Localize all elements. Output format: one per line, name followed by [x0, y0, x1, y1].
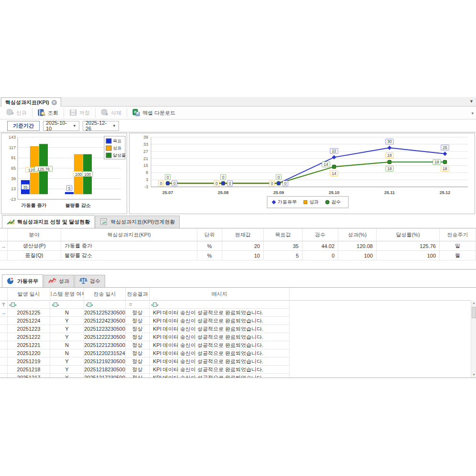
cell[interactable]: 20251223230500 [84, 325, 126, 333]
toolbar-overflow-chevron-icon[interactable]: ▾ [471, 111, 474, 116]
column-header-1[interactable]: 발생 일시 [8, 288, 50, 301]
filter-cell-2[interactable] [50, 301, 84, 309]
cell[interactable]: Y [50, 333, 84, 341]
column-header-3[interactable]: 전송 일시 [84, 288, 126, 301]
cell[interactable]: 20251218 [8, 366, 50, 374]
cell[interactable]: 0 [303, 251, 338, 260]
cell[interactable]: 20251220231524 [84, 349, 126, 357]
table-row[interactable]: 20251220N20251220231524정상KPI 데이터 송신이 성공적… [0, 349, 476, 357]
table-row[interactable]: 20251223Y20251223230500정상KPI 데이터 송신이 성공적… [0, 325, 476, 333]
column-header-2[interactable]: 시스템 운영 여부 [50, 288, 84, 301]
save-button[interactable]: 저장 [65, 107, 94, 119]
filter-cell-1[interactable] [8, 301, 50, 309]
column-header-7[interactable]: 성과(%) [338, 228, 377, 241]
cell[interactable]: 불량률 감소 [61, 251, 197, 260]
scroll-up-icon[interactable]: ▲ [471, 301, 476, 306]
filter-cell-4[interactable]: = [126, 301, 150, 309]
table-row[interactable]: 20251219Y20251219230500정상KPI 데이터 송신이 성공적… [0, 357, 476, 366]
filter-funnel-icon[interactable] [0, 301, 8, 309]
table-row[interactable]: 20251224Y20251224230500정상KPI 데이터 송신이 성공적… [0, 317, 476, 325]
cell[interactable]: 정상 [126, 333, 150, 341]
close-icon[interactable]: ✕ [52, 100, 57, 105]
cell[interactable]: 20251221 [8, 341, 50, 349]
column-header-1[interactable]: 분야 [8, 228, 61, 241]
column-header-8[interactable]: 달성률(%) [377, 228, 440, 241]
cell[interactable]: 35 [264, 241, 303, 251]
cell[interactable]: 정상 [126, 357, 150, 366]
end-date-combobox[interactable]: 2025-12-26 ▼ [83, 121, 119, 131]
start-date-combobox[interactable]: 2025-10-10 ▼ [43, 121, 79, 131]
cell[interactable]: 20251221230500 [84, 341, 126, 349]
tab-kpi-view-1[interactable]: 핵심성과지표 선정 및 달성현황 [2, 215, 95, 228]
search-button[interactable]: 조회 [33, 107, 63, 119]
cell[interactable]: 100 [377, 251, 440, 260]
cell[interactable]: KPI 데이터 송신이 성공적으로 완료되었습니다. [150, 309, 290, 317]
cell[interactable]: 20251224230500 [84, 317, 126, 325]
table-row[interactable]: →20251225N20251225230500정상KPI 데이터 송신이 성공… [0, 309, 476, 317]
cell[interactable]: 20251224 [8, 317, 50, 325]
cell[interactable]: 20251219230500 [84, 357, 126, 366]
new-button[interactable]: 신규 [2, 107, 31, 119]
cell[interactable]: KPI 데이터 송신이 성공적으로 완료되었습니다. [150, 325, 290, 333]
cell[interactable]: 정상 [126, 309, 150, 317]
column-header-4[interactable]: 현재값 [222, 228, 264, 241]
cell[interactable]: Y [50, 366, 84, 374]
cell[interactable]: KPI 데이터 송신이 성공적으로 완료되었습니다. [150, 349, 290, 357]
cell[interactable]: 125.76 [377, 241, 440, 251]
cell[interactable]: 일 [440, 241, 476, 251]
cell[interactable]: N [50, 349, 84, 357]
cell[interactable]: 정상 [126, 341, 150, 349]
column-header-4[interactable]: 전송결과 [126, 288, 150, 301]
tab-log-view-2[interactable]: 성과 [43, 275, 74, 287]
cell[interactable]: 정상 [126, 317, 150, 325]
cell[interactable]: KPI 데이터 송신이 성공적으로 완료되었습니다. [150, 366, 290, 374]
cell[interactable]: Y [50, 325, 84, 333]
cell[interactable]: Y [50, 357, 84, 366]
cell[interactable]: 생산성(P) [8, 241, 61, 251]
table-row[interactable]: 품질(Q)불량률 감소%1050100100월 [0, 251, 476, 260]
column-header-3[interactable]: 단위 [197, 228, 222, 241]
cell[interactable]: Y [50, 374, 84, 378]
cell[interactable]: % [197, 241, 222, 251]
cell[interactable]: 가동률 증가 [61, 241, 197, 251]
cell[interactable]: 20251222 [8, 333, 50, 341]
cell[interactable]: 품질(Q) [8, 251, 61, 260]
chevron-down-icon[interactable]: ▼ [112, 124, 116, 128]
tab-kpi-document[interactable]: 핵심성과지표(KPI) ✕ [1, 97, 61, 107]
cell[interactable]: KPI 데이터 송신이 성공적으로 완료되었습니다. [150, 333, 290, 341]
filter-cell-3[interactable] [84, 301, 126, 309]
table-row[interactable]: 20251217Y20251217230500정상KPI 데이터 송신이 성공적… [0, 374, 476, 378]
vertical-scrollbar[interactable]: ▲ ▼ [471, 301, 476, 378]
delete-button[interactable]: 삭제 [97, 107, 126, 119]
cell[interactable]: N [50, 341, 84, 349]
table-row[interactable]: 20251218Y20251218230500정상KPI 데이터 송신이 성공적… [0, 366, 476, 374]
cell[interactable]: 44.02 [303, 241, 338, 251]
tab-log-view-3[interactable]: 검수 [75, 275, 105, 287]
excel-download-button[interactable]: X엑셀 다운로드 [128, 107, 180, 119]
cell[interactable]: 120.08 [338, 241, 377, 251]
cell[interactable]: 20251220 [8, 349, 50, 357]
column-header-6[interactable]: 검수 [303, 228, 338, 241]
cell[interactable]: Y [50, 317, 84, 325]
column-header-2[interactable]: 핵심성과지표(KPI) [61, 228, 197, 241]
cell[interactable]: 정상 [126, 325, 150, 333]
cell[interactable]: 20251225 [8, 309, 50, 317]
cell[interactable]: 정상 [126, 374, 150, 378]
table-row[interactable]: 20251221N20251221230500정상KPI 데이터 송신이 성공적… [0, 341, 476, 349]
cell[interactable]: 정상 [126, 366, 150, 374]
cell[interactable]: 5 [264, 251, 303, 260]
cell[interactable]: 정상 [126, 349, 150, 357]
column-header-9[interactable]: 전송주기 [440, 228, 476, 241]
column-header-5[interactable]: 메시지 [150, 288, 290, 301]
cell[interactable]: 20251217 [8, 374, 50, 378]
cell[interactable]: 10 [222, 251, 264, 260]
cell[interactable]: 20251219 [8, 357, 50, 366]
cell[interactable]: 20251222230500 [84, 333, 126, 341]
cell[interactable]: 20 [222, 241, 264, 251]
cell[interactable]: KPI 데이터 송신이 성공적으로 완료되었습니다. [150, 374, 290, 378]
column-header-5[interactable]: 목표값 [264, 228, 303, 241]
scroll-down-icon[interactable]: ▼ [471, 372, 476, 378]
cell[interactable]: N [50, 309, 84, 317]
cell[interactable]: KPI 데이터 송신이 성공적으로 완료되었습니다. [150, 341, 290, 349]
filter-cell-5[interactable] [150, 301, 290, 309]
